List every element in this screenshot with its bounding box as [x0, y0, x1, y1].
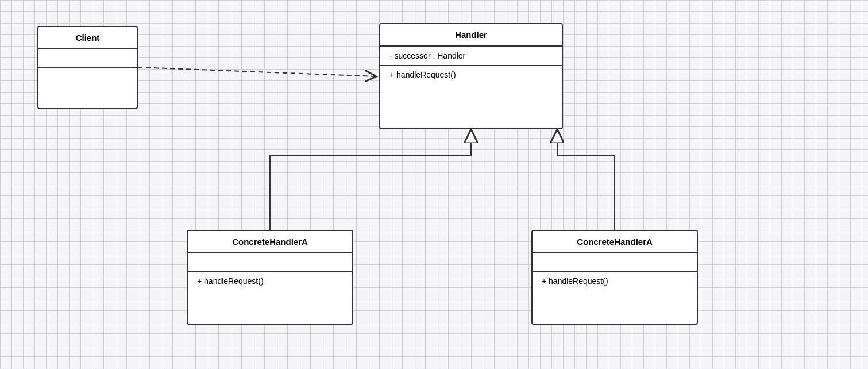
concrete-handler-a-methods: + handleRequest() — [188, 272, 352, 290]
concrete-b-to-handler-arrow — [557, 129, 615, 230]
handler-method-handlerequest: + handleRequest() — [389, 70, 456, 79]
client-attributes-section — [38, 49, 137, 68]
concrete-handler-b-class: ConcreteHandlerA + handleRequest() — [531, 230, 698, 325]
concrete-handler-a-class: ConcreteHandlerA + handleRequest() — [187, 230, 353, 325]
handler-class: Handler - successor : Handler + handleRe… — [379, 23, 563, 129]
client-to-handler-arrow — [138, 67, 376, 76]
concrete-handler-a-attributes — [188, 253, 352, 272]
client-methods-section — [38, 68, 137, 86]
concrete-a-to-handler-arrow — [270, 129, 471, 230]
client-class: Client — [37, 26, 138, 109]
handler-class-header: Handler — [380, 24, 562, 47]
client-class-header: Client — [38, 27, 137, 49]
concrete-handler-b-methods: + handleRequest() — [533, 272, 697, 290]
concrete-handler-a-header: ConcreteHandlerA — [188, 231, 352, 253]
concrete-handler-b-attributes — [533, 253, 697, 272]
handler-attributes-section: - successor : Handler — [380, 47, 562, 66]
concrete-handler-a-method: + handleRequest() — [197, 276, 264, 286]
handler-methods-section: + handleRequest() — [380, 66, 562, 84]
concrete-handler-b-header: ConcreteHandlerA — [533, 231, 697, 253]
concrete-handler-b-method: + handleRequest() — [542, 276, 608, 286]
diagram-container: Client Handler - successor : Handler + h… — [0, 0, 868, 369]
handler-attribute-successor: - successor : Handler — [389, 51, 465, 60]
